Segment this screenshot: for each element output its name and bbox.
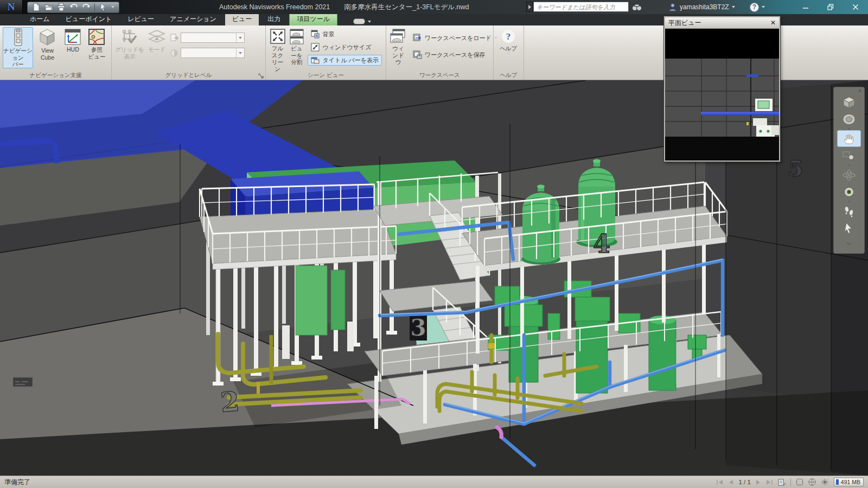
close-button[interactable] (843, 0, 868, 14)
plan-view-titlebar[interactable]: 平面ビュー ✕ (665, 17, 779, 29)
restore-button[interactable] (818, 0, 843, 14)
help-icon: ? (750, 3, 759, 12)
tab-viewpoint[interactable]: ビューポイント (59, 14, 119, 25)
dialog-launcher-icon[interactable] (258, 73, 264, 79)
walk-tool[interactable] (837, 203, 861, 220)
quick-access-toolbar (27, 2, 119, 13)
combo-caret-icon[interactable] (236, 48, 244, 57)
ribbon-display-options[interactable] (353, 18, 371, 24)
group-workspace: ウィンドウ ワークスペースをロード (386, 25, 494, 80)
memory-bar-icon (836, 479, 839, 485)
orbit-icon (842, 169, 856, 181)
user-menu-caret-icon (732, 6, 735, 8)
orbit-tool[interactable] (837, 166, 861, 183)
navbar-more-icon[interactable] (846, 237, 852, 247)
next-sheet-icon[interactable] (756, 479, 761, 485)
window-size-button[interactable]: ウィンドウサイズ (308, 42, 382, 53)
view-cube-button[interactable]: View Cube (34, 27, 61, 61)
plan-view-title: 平面ビュー (668, 18, 701, 28)
tab-output[interactable]: 出力 (260, 14, 288, 25)
marker-3-text: 3 (410, 314, 426, 341)
network-activity-icon[interactable] (821, 478, 829, 486)
help-caret-icon (507, 53, 510, 55)
view-cube-icon (39, 28, 56, 47)
minimize-button[interactable] (793, 0, 818, 14)
steering-wheel-tool[interactable] (837, 111, 861, 127)
signin-user[interactable]: yamashita3BT2Z (668, 0, 735, 14)
marker-2-text: 2 (219, 385, 241, 419)
grid-mode-icon (148, 28, 165, 46)
new-file-icon[interactable] (32, 3, 41, 11)
search-collapse-button[interactable] (526, 2, 533, 12)
group-grid-level: グリッドを 表示 モード (112, 25, 266, 80)
hud-button[interactable]: HUD (62, 27, 84, 56)
background-button[interactable]: 背景 (308, 29, 382, 40)
toolbar-divider (94, 3, 95, 11)
help-button[interactable]: ? ヘルプ (496, 27, 520, 55)
redo-icon[interactable] (82, 3, 91, 11)
save-workspace-button[interactable]: ワークスペースを保存 (410, 49, 501, 60)
navigation-bar: ✕ (833, 87, 865, 254)
search-binoculars-icon[interactable] (631, 3, 642, 11)
view-cube-tool[interactable] (837, 94, 861, 111)
show-grid-button[interactable]: グリッドを 表示 (114, 27, 145, 60)
navbar-separator (848, 164, 850, 166)
ribbon-options-caret-icon (368, 21, 371, 23)
last-sheet-icon[interactable] (765, 479, 773, 485)
navbar-select-tool[interactable] (837, 220, 861, 236)
tab-animation[interactable]: アニメーション (163, 14, 224, 25)
pan-tool[interactable] (837, 130, 861, 147)
windows-button[interactable]: ウィンドウ (389, 27, 407, 69)
select-tool-caret-icon[interactable] (111, 6, 114, 8)
plan-view-map[interactable] (665, 29, 779, 160)
look-tool[interactable] (837, 183, 861, 200)
window-size-icon (311, 43, 320, 52)
tab-view[interactable]: ビュー (225, 14, 259, 25)
search-input[interactable] (533, 2, 629, 12)
tab-home[interactable]: ホーム (23, 14, 57, 25)
split-view-icon (289, 28, 305, 44)
wall-marker-4: 4 (593, 229, 610, 259)
full-screen-button[interactable]: フル スクリーン (269, 27, 286, 73)
sheet-browser-icon[interactable] (778, 478, 786, 486)
document-title: 南多摩水再生センター_1-3FLモデル.nwd (344, 3, 469, 12)
grid-mode-button[interactable]: モード (146, 27, 168, 56)
disk-pending-icon[interactable] (796, 478, 803, 486)
tab-review[interactable]: レビュー (120, 14, 161, 25)
reference-views-caret-icon (95, 60, 98, 62)
load-workspace-button[interactable]: ワークスペースをロード (410, 33, 501, 43)
level-above-combobox[interactable] (181, 33, 245, 43)
select-tool-icon[interactable] (99, 3, 107, 11)
undo-icon[interactable] (69, 3, 78, 11)
navigation-bar-button[interactable]: ナビゲーション バー (3, 27, 33, 68)
tab-item-tools[interactable]: 項目ツール (289, 13, 337, 25)
plan-view-close-icon[interactable]: ✕ (770, 20, 776, 26)
navisworks-logo-icon: N (8, 1, 15, 13)
level-below-combobox[interactable] (181, 48, 245, 58)
background-icon (311, 30, 320, 38)
open-file-icon[interactable] (44, 3, 53, 11)
combo-caret-icon[interactable] (236, 33, 244, 42)
split-view-button[interactable]: ビューを 分割 (288, 27, 305, 69)
web-server-icon[interactable] (808, 478, 816, 486)
svg-text:?: ? (506, 31, 511, 42)
reference-views-icon (88, 28, 105, 46)
navbar-close-icon[interactable]: ✕ (858, 88, 862, 94)
help-button-icon: ? (500, 28, 516, 44)
navisworks-window: N Autodesk Navisworks Freedom 2021 南多摩水再… (0, 0, 868, 488)
show-title-bars-button[interactable]: タイトル バーを表示 (308, 55, 382, 66)
print-icon[interactable] (57, 3, 66, 11)
help-menu[interactable]: ? (750, 0, 765, 14)
help-menu-caret-icon (762, 6, 765, 8)
full-screen-icon (270, 28, 286, 44)
group-help: ? ヘルプ ヘルプ (494, 25, 524, 80)
previous-sheet-icon[interactable] (729, 479, 733, 485)
user-icon (668, 3, 677, 11)
zoom-tool[interactable] (837, 147, 861, 164)
status-message: 準備完了 (4, 478, 30, 487)
application-menu-button[interactable]: N (0, 0, 23, 14)
memory-indicator: 491 MB (834, 478, 864, 486)
navbar-separator (848, 201, 850, 202)
first-sheet-icon[interactable] (716, 479, 724, 485)
reference-views-button[interactable]: 参照 ビュー (85, 27, 108, 63)
